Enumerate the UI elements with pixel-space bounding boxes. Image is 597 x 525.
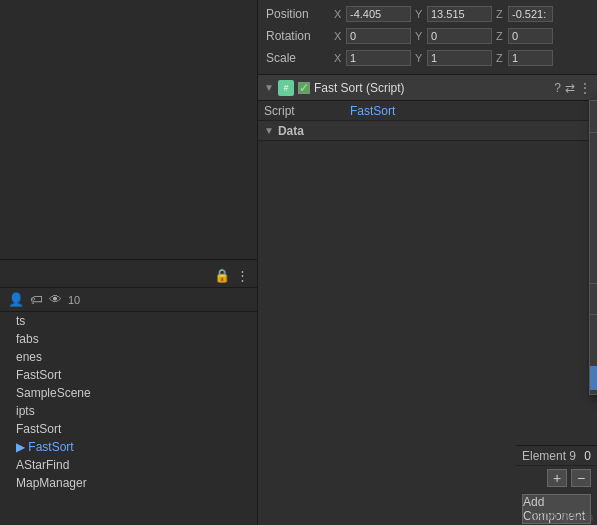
script-label: Script bbox=[264, 104, 344, 118]
help-icon[interactable]: ? bbox=[554, 81, 561, 95]
scene-item-enes[interactable]: enes bbox=[0, 348, 257, 366]
scene-list: ts fabs enes FastSort SampleScene ipts F… bbox=[0, 312, 257, 492]
ctx-copy[interactable]: Copy Component bbox=[590, 208, 597, 232]
scene-item-ipts[interactable]: ipts bbox=[0, 402, 257, 420]
scene-item-fastsort2[interactable]: FastSort bbox=[0, 420, 257, 438]
data-expand-arrow[interactable]: ▼ bbox=[264, 125, 274, 136]
rot-x-group: X bbox=[334, 28, 411, 44]
scale-z-input[interactable] bbox=[508, 50, 553, 66]
scale-y-group: Y bbox=[415, 50, 492, 66]
scene-item-fastsort1[interactable]: FastSort bbox=[0, 366, 257, 384]
rotation-row: Rotation X Y Z bbox=[266, 26, 589, 46]
component-title: Fast Sort (Script) bbox=[314, 81, 550, 95]
add-element-button[interactable]: + bbox=[547, 469, 567, 487]
comp-expand-arrow[interactable]: ▼ bbox=[264, 82, 274, 93]
menu-icon[interactable]: ⋮ bbox=[236, 268, 249, 283]
context-menu: Reset Remove Component Move Up Move Down… bbox=[589, 100, 597, 395]
pos-z-group: Z bbox=[496, 6, 553, 22]
watermark: CSDN @Term bbox=[530, 512, 594, 523]
ctx-pasteasnew: Paste Component As New bbox=[590, 232, 597, 256]
element-value: 0 bbox=[584, 449, 591, 463]
ctx-editscript[interactable]: Edit Script bbox=[590, 342, 597, 366]
scale-x-group: X bbox=[334, 50, 411, 66]
lock-icon[interactable]: 🔒 bbox=[214, 268, 230, 283]
component-icon: # bbox=[278, 80, 294, 96]
left-toolbar2: 👤 🏷 👁 10 bbox=[0, 288, 257, 312]
ctx-remove[interactable]: Remove Component bbox=[590, 136, 597, 160]
scale-x-axis: X bbox=[334, 52, 344, 64]
element-row: Element 9 0 bbox=[516, 446, 597, 466]
overflow-icon[interactable]: ⋮ bbox=[579, 81, 591, 95]
scene-item-samplescene[interactable]: SampleScene bbox=[0, 384, 257, 402]
scene-item-fabs[interactable]: fabs bbox=[0, 330, 257, 348]
scale-y-axis: Y bbox=[415, 52, 425, 64]
pos-x-input[interactable] bbox=[346, 6, 411, 22]
pos-y-axis: Y bbox=[415, 8, 425, 20]
right-panel: Position X Y Z Rotation X bbox=[258, 0, 597, 525]
rot-y-input[interactable] bbox=[427, 28, 492, 44]
list-controls: + − bbox=[516, 466, 597, 490]
ctx-reset[interactable]: Reset bbox=[590, 105, 597, 129]
person-icon[interactable]: 👤 bbox=[8, 292, 24, 307]
badge: 10 bbox=[68, 294, 80, 306]
transform-section: Position X Y Z Rotation X bbox=[258, 0, 597, 75]
rotation-label: Rotation bbox=[266, 29, 334, 43]
ctx-termtest[interactable]: term test FaskSort bbox=[590, 366, 597, 390]
element-label: Element 9 bbox=[522, 449, 584, 463]
scene-item-fastsort3[interactable]: ▶ FastSort bbox=[0, 438, 257, 456]
component-checkbox[interactable]: ✓ bbox=[298, 82, 310, 94]
left-bottom-area: 🔒 ⋮ 👤 🏷 👁 10 ts fabs enes FastSort Sampl… bbox=[0, 260, 257, 496]
scale-y-input[interactable] bbox=[427, 50, 492, 66]
script-value[interactable]: FastSort bbox=[350, 104, 395, 118]
pos-x-axis: X bbox=[334, 8, 344, 20]
scale-z-axis: Z bbox=[496, 52, 506, 64]
script-row: Script FastSort bbox=[258, 101, 597, 121]
rot-y-group: Y bbox=[415, 28, 492, 44]
scale-label: Scale bbox=[266, 51, 334, 65]
position-label: Position bbox=[266, 7, 334, 21]
ctx-moveup: Move Up bbox=[590, 160, 597, 184]
rot-z-input[interactable] bbox=[508, 28, 553, 44]
settings-icon[interactable]: ⇄ bbox=[565, 81, 575, 95]
rot-y-axis: Y bbox=[415, 30, 425, 42]
scale-x-input[interactable] bbox=[346, 50, 411, 66]
tag-icon[interactable]: 🏷 bbox=[30, 292, 43, 307]
scene-item-ts[interactable]: ts bbox=[0, 312, 257, 330]
scale-row: Scale X Y Z bbox=[266, 48, 589, 68]
position-row: Position X Y Z bbox=[266, 4, 589, 24]
rotation-fields: X Y Z bbox=[334, 28, 589, 44]
left-top-area bbox=[0, 0, 257, 260]
ctx-pastevalues: Paste Component Values bbox=[590, 256, 597, 280]
scale-z-group: Z bbox=[496, 50, 553, 66]
component-buttons: ? ⇄ ⋮ bbox=[554, 81, 591, 95]
left-toolbar: 🔒 ⋮ bbox=[0, 264, 257, 288]
scene-item-mapmanager[interactable]: MapManager bbox=[0, 474, 257, 492]
rot-z-axis: Z bbox=[496, 30, 506, 42]
left-panel: 🔒 ⋮ 👤 🏷 👁 10 ts fabs enes FastSort Sampl… bbox=[0, 0, 258, 525]
ctx-sep-1 bbox=[590, 132, 597, 133]
eye-icon[interactable]: 👁 bbox=[49, 292, 62, 307]
ctx-sep-2 bbox=[590, 283, 597, 284]
scene-item-astarfind[interactable]: AStarFind bbox=[0, 456, 257, 474]
data-section-header[interactable]: ▼ Data bbox=[258, 121, 597, 141]
rot-z-group: Z bbox=[496, 28, 553, 44]
component-header[interactable]: ▼ # ✓ Fast Sort (Script) ? ⇄ ⋮ bbox=[258, 75, 597, 101]
ctx-movedown: Move Down bbox=[590, 184, 597, 208]
rot-x-axis: X bbox=[334, 30, 344, 42]
rot-x-input[interactable] bbox=[346, 28, 411, 44]
ctx-findreferences[interactable]: Find References In Scene bbox=[590, 287, 597, 311]
scale-fields: X Y Z bbox=[334, 50, 589, 66]
data-label: Data bbox=[278, 124, 304, 138]
ctx-sep-3 bbox=[590, 314, 597, 315]
pos-y-group: Y bbox=[415, 6, 492, 22]
pos-x-group: X bbox=[334, 6, 411, 22]
pos-y-input[interactable] bbox=[427, 6, 492, 22]
remove-element-button[interactable]: − bbox=[571, 469, 591, 487]
pos-z-axis: Z bbox=[496, 8, 506, 20]
pos-z-input[interactable] bbox=[508, 6, 553, 22]
position-fields: X Y Z bbox=[334, 6, 589, 22]
ctx-properties[interactable]: Properties... bbox=[590, 318, 597, 342]
